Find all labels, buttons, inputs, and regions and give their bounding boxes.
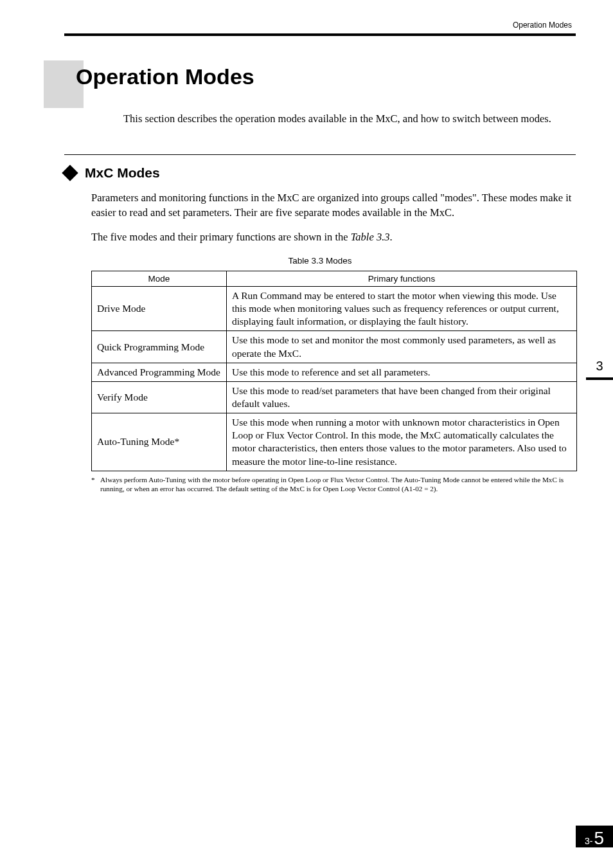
p2-pre: The five modes and their primary functio…: [91, 231, 351, 243]
mode-cell: Quick Programming Mode: [92, 331, 227, 363]
mode-cell: Drive Mode: [92, 287, 227, 331]
function-cell: A Run Command may be entered to start th…: [227, 287, 577, 331]
header-rule: [64, 33, 576, 36]
diamond-bullet-icon: [62, 165, 78, 181]
table-header-row: Mode Primary functions: [92, 271, 577, 287]
intro-paragraph: This section describes the operation mod…: [123, 112, 576, 126]
modes-table: Mode Primary functions Drive Mode A Run …: [91, 271, 577, 471]
side-chapter-number: 3: [586, 359, 613, 374]
page-number: 5: [594, 828, 604, 849]
section-rule: [64, 154, 576, 155]
section-heading-row: MxC Modes: [64, 165, 576, 181]
page: Operation Modes 3 Operation Modes This s…: [0, 0, 613, 868]
function-cell: Use this mode to read/set parameters tha…: [227, 381, 577, 413]
footnote-marker: *: [91, 475, 100, 493]
p2-emphasis: Table 3.3: [351, 231, 390, 243]
mode-cell: Auto-Tuning Mode*: [92, 413, 227, 471]
page-number-prefix: 3-: [585, 836, 592, 846]
table-row: Quick Programming Mode Use this mode to …: [92, 331, 577, 363]
table-row: Drive Mode A Run Command may be entered …: [92, 287, 577, 331]
table-header-mode: Mode: [92, 271, 227, 287]
side-chapter-tab: 3: [586, 359, 613, 380]
running-header: Operation Modes: [64, 21, 576, 30]
section-heading: MxC Modes: [85, 165, 160, 181]
footnote-text: Always perform Auto-Tuning with the moto…: [100, 475, 576, 493]
function-cell: Use this mode to set and monitor the mos…: [227, 331, 577, 363]
table-header-functions: Primary functions: [227, 271, 577, 287]
page-title-block: Operation Modes: [64, 60, 576, 100]
page-number-badge: 3-5: [576, 826, 613, 847]
p2-post: .: [390, 231, 393, 243]
mode-cell: Advanced Programming Mode: [92, 363, 227, 381]
table-caption: Table 3.3 Modes: [64, 256, 576, 266]
page-title: Operation Modes: [76, 60, 254, 89]
mode-cell: Verify Mode: [92, 381, 227, 413]
side-chapter-bar: [586, 377, 613, 380]
table-row: Verify Mode Use this mode to read/set pa…: [92, 381, 577, 413]
section-paragraph-2: The five modes and their primary functio…: [91, 230, 576, 244]
table-footnote: * Always perform Auto-Tuning with the mo…: [91, 475, 576, 493]
running-header-text: Operation Modes: [513, 21, 572, 30]
function-cell: Use this mode to reference and set all p…: [227, 363, 577, 381]
section-paragraph-1: Parameters and monitoring functions in t…: [91, 191, 576, 220]
function-cell: Use this mode when running a motor with …: [227, 413, 577, 471]
table-row: Auto-Tuning Mode* Use this mode when run…: [92, 413, 577, 471]
table-row: Advanced Programming Mode Use this mode …: [92, 363, 577, 381]
